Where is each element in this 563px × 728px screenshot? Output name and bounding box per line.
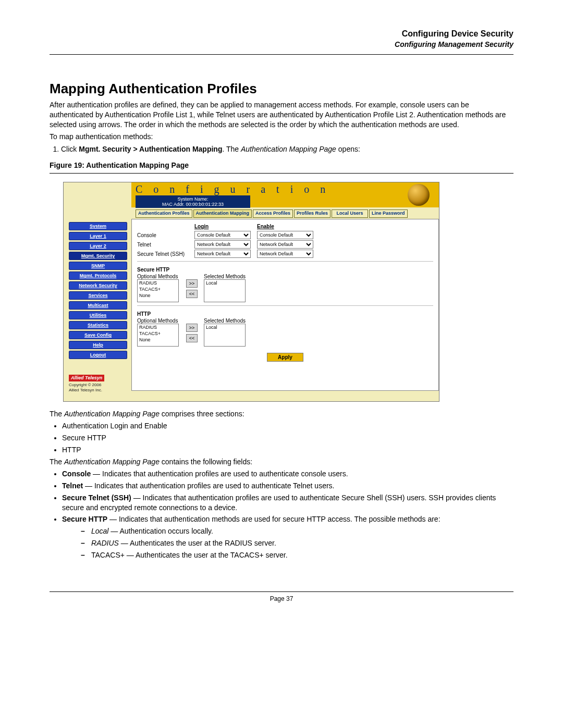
brand-logo: Allied Telesyn	[69, 375, 104, 381]
globe-icon	[408, 184, 430, 206]
https-optional-list[interactable]: RADIUS TACACS+ None	[137, 279, 179, 302]
step-1: Click Mgmt. Security > Authentication Ma…	[61, 145, 513, 153]
sub-tacacs: TACACS+ — Authenticates the user at the …	[81, 550, 513, 560]
sidebar: System Layer 1 Layer 2 Mgmt. Security SN…	[64, 219, 131, 393]
http-selected-list[interactable]: Local	[204, 324, 246, 347]
sidebar-item-network-security[interactable]: Network Security	[69, 281, 127, 290]
row-ssh-label: Secure Telnet (SSH)	[137, 251, 194, 257]
https-selected-list[interactable]: Local	[204, 279, 246, 302]
sub-local: Local — Authentication occurs locally.	[81, 526, 513, 536]
move-right-button[interactable]: >>	[186, 324, 198, 332]
field-telnet: Telnet — Indicates that authentication p…	[62, 481, 513, 491]
main-panel: Login Enable Console Console Default Con…	[131, 219, 439, 391]
figure-caption: Figure 19: Authentication Mapping Page	[50, 161, 513, 170]
sidebar-item-snmp[interactable]: SNMP	[69, 262, 127, 270]
sidebar-item-system[interactable]: System	[69, 222, 127, 230]
brand-block: Allied Telesyn Copyright © 2006 Allied T…	[69, 375, 126, 392]
sections-list: Authentication Login and Enable Secure H…	[62, 421, 513, 455]
move-left-button[interactable]: <<	[186, 290, 198, 298]
steps-list: Click Mgmt. Security > Authentication Ma…	[50, 145, 513, 153]
field-ssh: Secure Telnet (SSH) — Indicates that aut…	[62, 493, 513, 513]
sidebar-item-layer2[interactable]: Layer 2	[69, 242, 127, 250]
sidebar-item-mgmt-protocols[interactable]: Mgmt. Protocols	[69, 272, 127, 280]
footer-rule	[50, 591, 513, 592]
sidebar-item-mgmt-security[interactable]: Mgmt. Security	[69, 252, 127, 260]
ssh-enable-select[interactable]: Network Default	[257, 250, 313, 258]
system-name-bar: System Name: MAC Addr. 00:00:b0:01:22:33	[136, 195, 250, 208]
screenshot-embed: 984×605 C o n f i g u r a t i o n System…	[63, 182, 439, 402]
sidebar-item-statistics[interactable]: Statistics	[69, 321, 127, 329]
header-rule	[50, 54, 513, 55]
logo-area	[64, 182, 131, 207]
col-login: Login	[194, 224, 257, 229]
intro-paragraph: After authentication profiles are define…	[50, 100, 513, 130]
tab-profiles-rules[interactable]: Profiles Rules	[294, 209, 331, 218]
ssh-login-select[interactable]: Network Default	[194, 250, 251, 258]
tab-auth-mapping[interactable]: Authentication Mapping	[193, 209, 252, 218]
console-login-select[interactable]: Console Default	[194, 231, 251, 239]
apply-button[interactable]: Apply	[267, 353, 303, 362]
contains-text: The Authentication Mapping Page contains…	[50, 457, 513, 467]
comprises-text: The Authentication Mapping Page comprise…	[50, 409, 513, 419]
sidebar-item-services[interactable]: Services	[69, 291, 127, 300]
field-secure-http: Secure HTTP — Indicates that authenticat…	[62, 514, 513, 560]
sidebar-item-utilities[interactable]: Utilities	[69, 311, 127, 319]
sidebar-item-logout[interactable]: Logout	[69, 351, 127, 359]
field-console: Console — Indicates that authentication …	[62, 469, 513, 479]
http-title: HTTP	[137, 311, 433, 317]
section-item: Authentication Login and Enable	[62, 421, 513, 431]
move-right-button[interactable]: >>	[186, 279, 198, 288]
telnet-enable-select[interactable]: Network Default	[257, 240, 313, 249]
page-footer: Page 37	[50, 595, 513, 602]
section-item: Secure HTTP	[62, 433, 513, 443]
tab-bar: Authentication Profiles Authentication M…	[136, 207, 439, 219]
section-title: Configuring Management Security	[50, 40, 513, 49]
chapter-title: Configuring Device Security	[50, 29, 513, 40]
app-title: C o n f i g u r a t i o n	[131, 182, 439, 195]
tab-line-password[interactable]: Line Password	[369, 209, 408, 218]
move-left-button[interactable]: <<	[186, 334, 198, 342]
row-console-label: Console	[137, 232, 194, 238]
lead-text: To map authentication methods:	[50, 132, 513, 142]
sub-radius: RADIUS — Authenticates the user at the R…	[81, 538, 513, 548]
section-item: HTTP	[62, 445, 513, 455]
page-heading: Mapping Authentication Profiles	[50, 81, 513, 97]
telnet-login-select[interactable]: Network Default	[194, 240, 251, 249]
http-optional-list[interactable]: RADIUS TACACS+ None	[137, 324, 179, 347]
figure-rule	[50, 173, 513, 174]
sidebar-item-save-config[interactable]: Save Config	[69, 331, 127, 339]
sidebar-item-multicast[interactable]: Multicast	[69, 301, 127, 310]
sidebar-item-layer1[interactable]: Layer 1	[69, 232, 127, 240]
tab-auth-profiles[interactable]: Authentication Profiles	[136, 209, 192, 218]
tab-access-profiles[interactable]: Access Profiles	[253, 209, 293, 218]
console-enable-select[interactable]: Console Default	[257, 231, 313, 239]
col-enable: Enable	[257, 224, 320, 229]
fields-list: Console — Indicates that authentication …	[62, 469, 513, 560]
tab-local-users[interactable]: Local Users	[332, 209, 368, 218]
secure-http-title: Secure HTTP	[137, 267, 433, 273]
sidebar-item-help[interactable]: Help	[69, 341, 127, 349]
row-telnet-label: Telnet	[137, 242, 194, 248]
